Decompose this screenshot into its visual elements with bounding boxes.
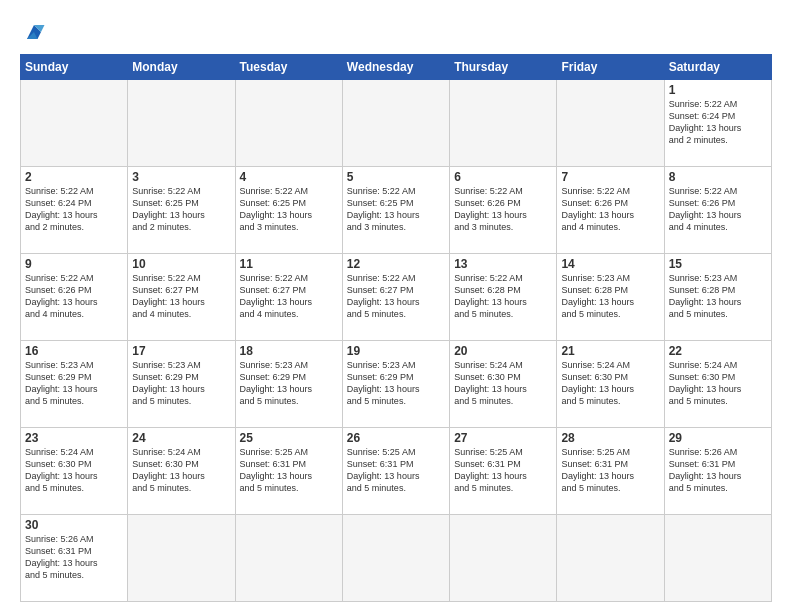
- calendar-cell: [450, 515, 557, 602]
- day-info: Sunrise: 5:22 AMSunset: 6:24 PMDaylight:…: [669, 98, 767, 147]
- calendar-cell: 14Sunrise: 5:23 AMSunset: 6:28 PMDayligh…: [557, 254, 664, 341]
- page-header: [20, 18, 772, 46]
- day-info: Sunrise: 5:22 AMSunset: 6:27 PMDaylight:…: [132, 272, 230, 321]
- calendar-cell: 7Sunrise: 5:22 AMSunset: 6:26 PMDaylight…: [557, 167, 664, 254]
- calendar-week-5: 30Sunrise: 5:26 AMSunset: 6:31 PMDayligh…: [21, 515, 772, 602]
- day-number: 28: [561, 431, 659, 445]
- day-number: 9: [25, 257, 123, 271]
- day-info: Sunrise: 5:22 AMSunset: 6:25 PMDaylight:…: [240, 185, 338, 234]
- calendar-cell: 6Sunrise: 5:22 AMSunset: 6:26 PMDaylight…: [450, 167, 557, 254]
- day-number: 14: [561, 257, 659, 271]
- day-info: Sunrise: 5:26 AMSunset: 6:31 PMDaylight:…: [25, 533, 123, 582]
- day-number: 17: [132, 344, 230, 358]
- calendar-cell: 5Sunrise: 5:22 AMSunset: 6:25 PMDaylight…: [342, 167, 449, 254]
- day-number: 4: [240, 170, 338, 184]
- calendar-cell: 4Sunrise: 5:22 AMSunset: 6:25 PMDaylight…: [235, 167, 342, 254]
- day-number: 20: [454, 344, 552, 358]
- day-number: 22: [669, 344, 767, 358]
- day-info: Sunrise: 5:23 AMSunset: 6:29 PMDaylight:…: [347, 359, 445, 408]
- calendar-cell: 2Sunrise: 5:22 AMSunset: 6:24 PMDaylight…: [21, 167, 128, 254]
- calendar-header-tuesday: Tuesday: [235, 55, 342, 80]
- day-info: Sunrise: 5:22 AMSunset: 6:27 PMDaylight:…: [347, 272, 445, 321]
- calendar-week-2: 9Sunrise: 5:22 AMSunset: 6:26 PMDaylight…: [21, 254, 772, 341]
- day-info: Sunrise: 5:23 AMSunset: 6:29 PMDaylight:…: [25, 359, 123, 408]
- day-number: 25: [240, 431, 338, 445]
- day-number: 21: [561, 344, 659, 358]
- calendar-cell: 9Sunrise: 5:22 AMSunset: 6:26 PMDaylight…: [21, 254, 128, 341]
- day-number: 15: [669, 257, 767, 271]
- calendar-header-row: SundayMondayTuesdayWednesdayThursdayFrid…: [21, 55, 772, 80]
- day-info: Sunrise: 5:24 AMSunset: 6:30 PMDaylight:…: [669, 359, 767, 408]
- day-info: Sunrise: 5:22 AMSunset: 6:26 PMDaylight:…: [669, 185, 767, 234]
- calendar-header-monday: Monday: [128, 55, 235, 80]
- calendar-cell: 30Sunrise: 5:26 AMSunset: 6:31 PMDayligh…: [21, 515, 128, 602]
- calendar-table: SundayMondayTuesdayWednesdayThursdayFrid…: [20, 54, 772, 602]
- day-number: 2: [25, 170, 123, 184]
- day-number: 8: [669, 170, 767, 184]
- calendar-cell: 3Sunrise: 5:22 AMSunset: 6:25 PMDaylight…: [128, 167, 235, 254]
- calendar-cell: [450, 80, 557, 167]
- calendar-cell: 24Sunrise: 5:24 AMSunset: 6:30 PMDayligh…: [128, 428, 235, 515]
- calendar-header-friday: Friday: [557, 55, 664, 80]
- day-number: 16: [25, 344, 123, 358]
- day-number: 13: [454, 257, 552, 271]
- calendar-cell: 20Sunrise: 5:24 AMSunset: 6:30 PMDayligh…: [450, 341, 557, 428]
- calendar-cell: 10Sunrise: 5:22 AMSunset: 6:27 PMDayligh…: [128, 254, 235, 341]
- day-number: 18: [240, 344, 338, 358]
- day-number: 1: [669, 83, 767, 97]
- day-info: Sunrise: 5:25 AMSunset: 6:31 PMDaylight:…: [347, 446, 445, 495]
- day-info: Sunrise: 5:24 AMSunset: 6:30 PMDaylight:…: [454, 359, 552, 408]
- calendar-cell: 12Sunrise: 5:22 AMSunset: 6:27 PMDayligh…: [342, 254, 449, 341]
- day-info: Sunrise: 5:22 AMSunset: 6:26 PMDaylight:…: [561, 185, 659, 234]
- day-info: Sunrise: 5:25 AMSunset: 6:31 PMDaylight:…: [240, 446, 338, 495]
- calendar-week-0: 1Sunrise: 5:22 AMSunset: 6:24 PMDaylight…: [21, 80, 772, 167]
- day-info: Sunrise: 5:26 AMSunset: 6:31 PMDaylight:…: [669, 446, 767, 495]
- day-number: 23: [25, 431, 123, 445]
- calendar-cell: 1Sunrise: 5:22 AMSunset: 6:24 PMDaylight…: [664, 80, 771, 167]
- logo: [20, 18, 52, 46]
- calendar-cell: 18Sunrise: 5:23 AMSunset: 6:29 PMDayligh…: [235, 341, 342, 428]
- calendar-cell: 25Sunrise: 5:25 AMSunset: 6:31 PMDayligh…: [235, 428, 342, 515]
- calendar-page: SundayMondayTuesdayWednesdayThursdayFrid…: [0, 0, 792, 612]
- calendar-header-wednesday: Wednesday: [342, 55, 449, 80]
- day-number: 11: [240, 257, 338, 271]
- day-number: 26: [347, 431, 445, 445]
- calendar-week-4: 23Sunrise: 5:24 AMSunset: 6:30 PMDayligh…: [21, 428, 772, 515]
- day-info: Sunrise: 5:24 AMSunset: 6:30 PMDaylight:…: [25, 446, 123, 495]
- day-info: Sunrise: 5:23 AMSunset: 6:29 PMDaylight:…: [132, 359, 230, 408]
- calendar-header-sunday: Sunday: [21, 55, 128, 80]
- calendar-cell: 13Sunrise: 5:22 AMSunset: 6:28 PMDayligh…: [450, 254, 557, 341]
- day-number: 6: [454, 170, 552, 184]
- calendar-cell: [342, 515, 449, 602]
- calendar-cell: 15Sunrise: 5:23 AMSunset: 6:28 PMDayligh…: [664, 254, 771, 341]
- calendar-cell: 28Sunrise: 5:25 AMSunset: 6:31 PMDayligh…: [557, 428, 664, 515]
- day-info: Sunrise: 5:22 AMSunset: 6:26 PMDaylight:…: [25, 272, 123, 321]
- calendar-cell: [128, 80, 235, 167]
- calendar-cell: 17Sunrise: 5:23 AMSunset: 6:29 PMDayligh…: [128, 341, 235, 428]
- day-info: Sunrise: 5:22 AMSunset: 6:25 PMDaylight:…: [347, 185, 445, 234]
- calendar-cell: [342, 80, 449, 167]
- day-info: Sunrise: 5:22 AMSunset: 6:25 PMDaylight:…: [132, 185, 230, 234]
- calendar-cell: 19Sunrise: 5:23 AMSunset: 6:29 PMDayligh…: [342, 341, 449, 428]
- day-info: Sunrise: 5:23 AMSunset: 6:29 PMDaylight:…: [240, 359, 338, 408]
- calendar-cell: 11Sunrise: 5:22 AMSunset: 6:27 PMDayligh…: [235, 254, 342, 341]
- day-number: 12: [347, 257, 445, 271]
- day-number: 3: [132, 170, 230, 184]
- calendar-cell: 8Sunrise: 5:22 AMSunset: 6:26 PMDaylight…: [664, 167, 771, 254]
- day-info: Sunrise: 5:22 AMSunset: 6:26 PMDaylight:…: [454, 185, 552, 234]
- logo-icon: [20, 18, 48, 46]
- day-number: 19: [347, 344, 445, 358]
- calendar-header-thursday: Thursday: [450, 55, 557, 80]
- calendar-cell: 21Sunrise: 5:24 AMSunset: 6:30 PMDayligh…: [557, 341, 664, 428]
- day-info: Sunrise: 5:24 AMSunset: 6:30 PMDaylight:…: [132, 446, 230, 495]
- day-number: 10: [132, 257, 230, 271]
- day-number: 29: [669, 431, 767, 445]
- day-number: 30: [25, 518, 123, 532]
- day-number: 27: [454, 431, 552, 445]
- calendar-cell: [235, 80, 342, 167]
- calendar-cell: 26Sunrise: 5:25 AMSunset: 6:31 PMDayligh…: [342, 428, 449, 515]
- calendar-cell: [557, 80, 664, 167]
- day-info: Sunrise: 5:22 AMSunset: 6:24 PMDaylight:…: [25, 185, 123, 234]
- day-info: Sunrise: 5:24 AMSunset: 6:30 PMDaylight:…: [561, 359, 659, 408]
- calendar-cell: 16Sunrise: 5:23 AMSunset: 6:29 PMDayligh…: [21, 341, 128, 428]
